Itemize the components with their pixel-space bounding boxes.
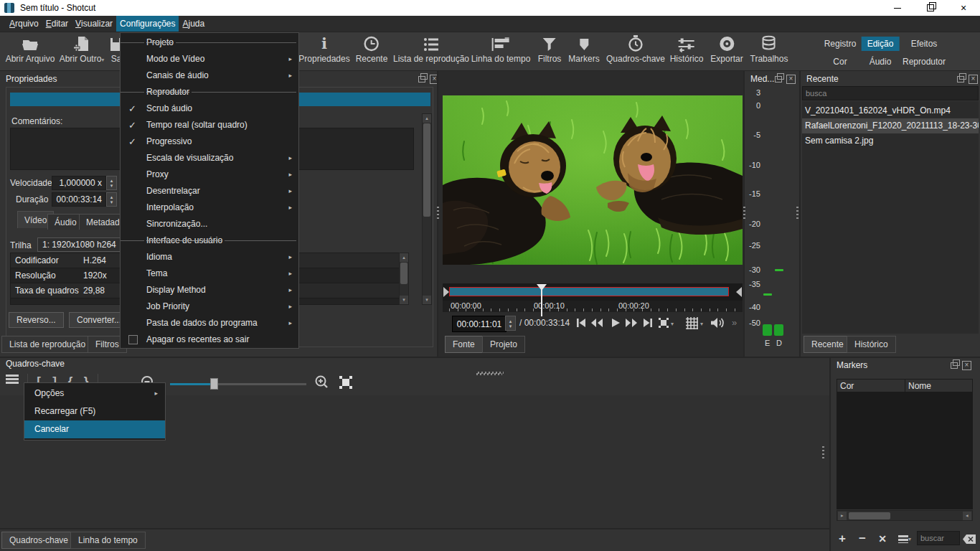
zoom-fit-button[interactable]: [656, 316, 671, 329]
toolbar-filtros[interactable]: Filtros: [538, 34, 562, 70]
volume-button[interactable]: [710, 316, 725, 329]
zoom-fit-caret-icon[interactable]: ▾: [671, 321, 674, 327]
close-panel-icon[interactable]: ×: [962, 361, 971, 370]
menu-item-sincronizacao[interactable]: Sincronização...: [121, 216, 298, 232]
scrubber[interactable]: [443, 283, 743, 301]
speed-spinner[interactable]: ▴▾: [106, 176, 117, 190]
menu-item-tema[interactable]: Tema▸: [121, 265, 298, 282]
toolbar-trabalhos[interactable]: Trabalhos: [750, 34, 788, 70]
splitter-handle[interactable]: [822, 446, 824, 461]
tab-fonte[interactable]: Fonte: [445, 336, 483, 353]
layout-efeitos[interactable]: Efeitos: [905, 37, 943, 51]
in-point-marker[interactable]: [443, 287, 449, 297]
restore-button[interactable]: [914, 0, 947, 16]
minimize-button[interactable]: [881, 0, 914, 16]
tab-lista-de-reproducao[interactable]: Lista de reprodução: [1, 336, 93, 353]
menu-item-opcoes[interactable]: Opções▸: [24, 385, 165, 402]
out-point-marker[interactable]: [736, 287, 742, 297]
menu-item-desentrelacar[interactable]: Desentrelaçar▸: [121, 183, 298, 199]
skip-to-end-button[interactable]: [641, 316, 655, 329]
play-button[interactable]: [608, 316, 623, 329]
menu-arquivo[interactable]: Arquivo: [6, 16, 42, 32]
layout-edicao[interactable]: Edição: [862, 37, 900, 51]
keyframes-menu-button[interactable]: [6, 375, 19, 384]
markers-hscrollbar[interactable]: ▴ ▾: [837, 510, 973, 521]
float-panel-icon[interactable]: [951, 362, 958, 369]
grid-button[interactable]: [684, 316, 699, 329]
table-scrollbar[interactable]: ▴ ▾: [399, 253, 409, 305]
menu-item-idioma[interactable]: Idioma▸: [121, 249, 298, 265]
clear-search-button[interactable]: [963, 531, 976, 547]
open-file-button[interactable]: Abrir Arquivo: [4, 34, 56, 70]
menu-visualizar[interactable]: Visualizar: [72, 16, 116, 32]
menu-configuracoes[interactable]: Configurações: [116, 16, 179, 32]
zoom-in-button[interactable]: [314, 375, 330, 390]
toolbar-recente[interactable]: Recente: [356, 34, 388, 70]
tab-recente[interactable]: Recente: [804, 336, 852, 353]
menu-item-progressivo[interactable]: ✓Progressivo: [121, 133, 298, 150]
menu-item-interpolacao[interactable]: Interpolação▸: [121, 199, 298, 216]
tab-quadros-chave[interactable]: Quadros-chave: [1, 532, 76, 549]
duration-input[interactable]: 00:00:33:14: [52, 192, 106, 207]
time-ruler[interactable]: 00:00:00 00:00:10 00:00:20: [443, 301, 743, 312]
transport-overflow-icon[interactable]: »: [732, 317, 737, 328]
menu-item-recarregar[interactable]: Recarregar (F5): [24, 402, 165, 420]
list-item[interactable]: Sem camisa 2.jpg: [802, 133, 979, 149]
clear-markers-button[interactable]: ✕: [877, 531, 888, 547]
menu-ajuda[interactable]: Ajuda: [179, 16, 208, 32]
menu-editar[interactable]: Editar: [42, 16, 72, 32]
menu-item-scrub-audio[interactable]: ✓Scrub áudio: [121, 100, 298, 117]
video-preview[interactable]: [443, 95, 743, 265]
list-item-selected[interactable]: RafaelLorenzoni_F12020_20211113_18-23-30…: [802, 118, 979, 133]
rewind-button[interactable]: [590, 316, 604, 329]
markers-list[interactable]: [837, 392, 973, 509]
splitter-handle[interactable]: [796, 207, 798, 221]
toolbar-markers[interactable]: Markers: [568, 34, 599, 70]
fast-forward-button[interactable]: [624, 316, 639, 329]
markers-menu-button[interactable]: ▾: [897, 531, 913, 547]
position-timecode-input[interactable]: 00:00:11:01: [452, 316, 507, 332]
close-button[interactable]: ×: [947, 0, 980, 16]
menu-item-apagar-recentes[interactable]: Apagar os recentes ao sair: [121, 331, 298, 348]
properties-scrollbar[interactable]: ▴ ▾: [422, 113, 432, 305]
open-other-button[interactable]: Abrir Outro▾: [59, 34, 105, 70]
tab-projeto[interactable]: Projeto: [482, 336, 525, 353]
grid-caret-icon[interactable]: ▾: [700, 321, 703, 327]
layout-reprodutor[interactable]: Reprodutor: [897, 55, 951, 69]
layout-audio[interactable]: Áudio: [864, 55, 897, 69]
menu-item-pasta-de-dados[interactable]: Pasta de dados do programa▸: [121, 315, 298, 331]
markers-search-input[interactable]: [917, 531, 960, 545]
zoom-fit-keyframes-button[interactable]: [339, 375, 353, 390]
toolbar-quadros-chave[interactable]: Quadros-chave: [606, 34, 665, 70]
menu-item-job-priority[interactable]: Job Priority▸: [121, 298, 298, 315]
add-marker-button[interactable]: +: [837, 531, 848, 547]
toolbar-exportar[interactable]: Exportar: [710, 34, 743, 70]
float-panel-icon[interactable]: [957, 76, 964, 83]
splitter-handle[interactable]: [478, 372, 504, 374]
toolbar-propriedades[interactable]: i Propriedades: [298, 34, 349, 70]
timecode-spinner[interactable]: ▴▾: [505, 316, 516, 331]
list-item[interactable]: V_20210401_162024_vHDR_On.mp4: [802, 103, 979, 118]
menu-item-display-method[interactable]: Display Method▸: [121, 282, 298, 298]
menu-item-canais-de-audio[interactable]: Canais de áudio▸: [121, 67, 298, 84]
menu-item-escala-de-visualizacao[interactable]: Escala de visualização▸: [121, 150, 298, 166]
duration-spinner[interactable]: ▴▾: [106, 192, 117, 207]
layout-cor[interactable]: Cor: [827, 55, 852, 69]
float-panel-icon[interactable]: [418, 76, 425, 83]
skip-to-start-button[interactable]: [574, 316, 588, 329]
recent-search-input[interactable]: [802, 86, 979, 100]
speed-input[interactable]: 1,000000 x: [52, 176, 106, 190]
selected-range-bar[interactable]: [449, 287, 729, 296]
layout-registro[interactable]: Registro: [819, 37, 862, 51]
splitter-handle[interactable]: [743, 207, 745, 221]
reverse-button[interactable]: Reverso...: [9, 312, 64, 328]
column-header-cor[interactable]: Cor: [837, 379, 905, 392]
toolbar-linha-do-tempo[interactable]: Linha do tempo: [471, 34, 531, 70]
remove-marker-button[interactable]: −: [857, 531, 868, 547]
close-panel-icon[interactable]: ×: [786, 75, 796, 84]
zoom-slider-handle[interactable]: [210, 378, 218, 390]
tab-historico[interactable]: Histórico: [847, 336, 896, 353]
float-panel-icon[interactable]: [775, 76, 782, 83]
track-combo[interactable]: 1: 1920x1080 h264▾: [37, 237, 129, 252]
column-header-nome[interactable]: Nome: [905, 379, 973, 392]
